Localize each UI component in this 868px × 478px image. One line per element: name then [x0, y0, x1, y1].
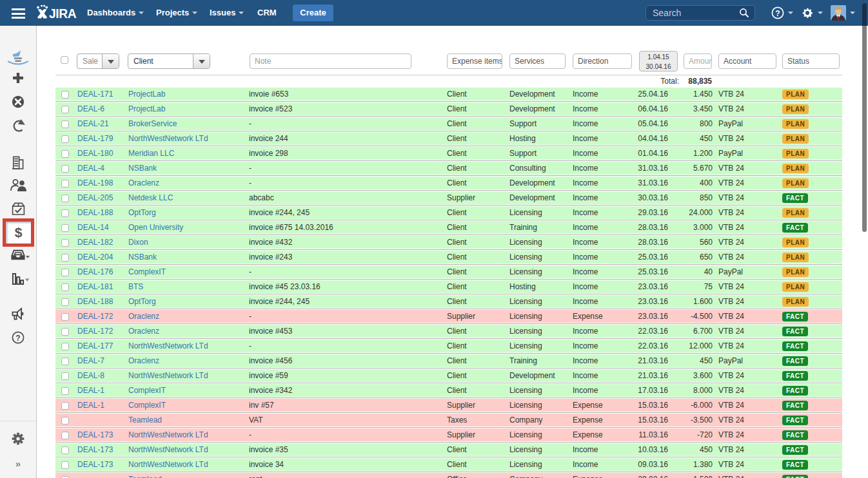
svg-text:?: ? — [775, 9, 780, 18]
svg-text:?: ? — [15, 334, 20, 343]
